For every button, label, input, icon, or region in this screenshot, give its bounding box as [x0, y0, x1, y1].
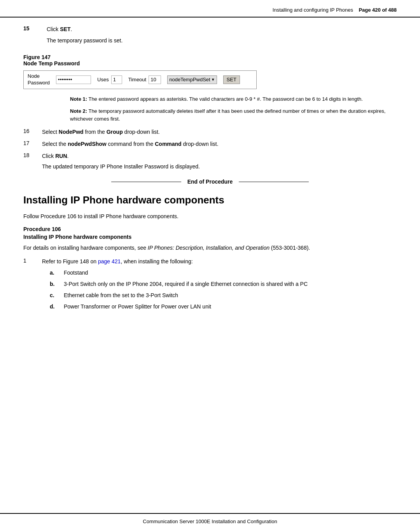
- uses-group: Uses: [97, 75, 122, 84]
- procedure-title: Installing IP Phone hardware components: [23, 234, 397, 240]
- step-15-bold: SET: [60, 26, 70, 32]
- timeout-group: Timeout: [128, 75, 161, 84]
- procedure-number: Procedure 106: [23, 226, 397, 232]
- note-1-prefix: Note 1:: [70, 96, 87, 102]
- step-16-number: 16: [23, 128, 42, 136]
- figure-box: Node Password Uses Timeout nodeTemp: [23, 70, 257, 89]
- step-18-text: Click RUN.: [42, 152, 397, 160]
- page-container: Installing and configuring IP Phones Pag…: [0, 0, 420, 529]
- numbered-steps: 16 Select NodePwd from the Group drop-do…: [23, 128, 397, 171]
- step-15-followup: The temporary password is set.: [47, 37, 397, 45]
- step-17-bold1: nodePwdShow: [68, 141, 107, 147]
- step-18-number: 18: [23, 152, 42, 171]
- node-password-label: Node Password: [28, 73, 50, 86]
- figure-label: Figure 147 Node Temp Password: [23, 54, 397, 67]
- header-left-text: Installing and configuring IP Phones: [273, 7, 353, 13]
- notes-section: Note 1: The entered password appears as …: [70, 95, 397, 123]
- timeout-input[interactable]: [149, 75, 161, 84]
- figure-147-section: Figure 147 Node Temp Password Node Passw…: [23, 54, 397, 89]
- note-2: Note 2: The temporary password automatic…: [70, 107, 397, 123]
- proc-step-1: 1 Refer to Figure 148 on page 421, when …: [23, 257, 397, 314]
- uses-input[interactable]: [111, 75, 122, 84]
- step-17-content: Select the nodePwdShow command from the …: [42, 140, 397, 148]
- proc-step-1-content: Refer to Figure 148 on page 421, when in…: [42, 257, 397, 314]
- eop-label: End of Procedure: [187, 179, 233, 185]
- timeout-label: Timeout: [128, 77, 146, 82]
- step-17-number: 17: [23, 140, 42, 148]
- sub-item-a: a. Footstand: [50, 269, 397, 277]
- figure-number: Figure 147: [23, 54, 51, 60]
- note-1-text: The entered password appears as asterisk…: [87, 96, 363, 102]
- dropdown-label: nodeTempPwdSet: [169, 77, 210, 82]
- step-16: 16 Select NodePwd from the Group drop-do…: [23, 128, 397, 136]
- procedure-italic: IP Phones: Description, Installation, an…: [148, 245, 270, 251]
- header-text: Installing and configuring IP Phones Pag…: [273, 7, 397, 13]
- note-1: Note 1: The entered password appears as …: [70, 95, 397, 103]
- page-number: Page 420 of 488: [359, 7, 397, 13]
- eop-line-right: [239, 182, 309, 182]
- page-footer: Communication Server 1000E Installation …: [0, 513, 420, 529]
- step-17: 17 Select the nodePwdShow command from t…: [23, 140, 397, 148]
- step-15-content: Click SET. The temporary password is set…: [47, 25, 397, 48]
- step-18: 18 Click RUN. The updated temporary IP P…: [23, 152, 397, 171]
- main-content: 15 Click SET. The temporary password is …: [0, 18, 420, 513]
- eop-line-left: [111, 182, 181, 182]
- power-transformer-text: Power Transformer or Power Splitter for …: [64, 303, 397, 311]
- dropdown-arrow-icon: ▼: [211, 77, 215, 82]
- footer-text: Communication Server 1000E Installation …: [143, 518, 277, 524]
- step-16-content: Select NodePwd from the Group drop-down …: [42, 128, 397, 136]
- node-temp-pwd-dropdown[interactable]: nodeTempPwdSet ▼: [167, 75, 217, 84]
- figure-title: Node Temp Password: [23, 60, 397, 67]
- step-15: 15 Click SET. The temporary password is …: [23, 25, 397, 48]
- note-2-prefix: Note 2:: [70, 108, 87, 114]
- password-input[interactable]: [56, 75, 91, 84]
- sub-list: a. Footstand b. 3-Port Switch only on th…: [50, 269, 397, 311]
- end-of-procedure: End of Procedure: [23, 179, 397, 185]
- step-17-bold2: Command: [155, 141, 181, 147]
- procedure-description: For details on installing hardware compo…: [23, 244, 397, 252]
- step-18-content: Click RUN. The updated temporary IP Phon…: [42, 152, 397, 171]
- procedure-block: Procedure 106 Installing IP Phone hardwa…: [23, 226, 397, 240]
- step-16-bold2: Group: [107, 129, 123, 135]
- uses-label: Uses: [97, 77, 109, 82]
- step-15-number: 15: [23, 25, 47, 48]
- sub-item-b: b. 3-Port Switch only on the IP Phone 20…: [50, 280, 397, 288]
- step-18-followup: The updated temporary IP Phone Installer…: [42, 163, 397, 171]
- set-button[interactable]: SET: [223, 75, 240, 84]
- step-18-bold: RUN: [55, 153, 67, 159]
- sub-item-d: d. Power Transformer or Power Splitter f…: [50, 303, 397, 311]
- sub-item-c: c. Ethernet cable from the set to the 3-…: [50, 291, 397, 300]
- note-2-text: The temporary password automatically del…: [70, 108, 385, 122]
- section-heading: Installing IP Phone hardware components: [23, 194, 397, 206]
- step-15-text: Click SET.: [47, 25, 397, 33]
- proc-step-1-number: 1: [23, 257, 42, 314]
- step-16-bold1: NodePwd: [59, 129, 84, 135]
- section-intro: Follow Procedure 106 to install IP Phone…: [23, 212, 397, 221]
- page-421-link[interactable]: page 421: [98, 258, 121, 264]
- page-header: Installing and configuring IP Phones Pag…: [0, 0, 420, 18]
